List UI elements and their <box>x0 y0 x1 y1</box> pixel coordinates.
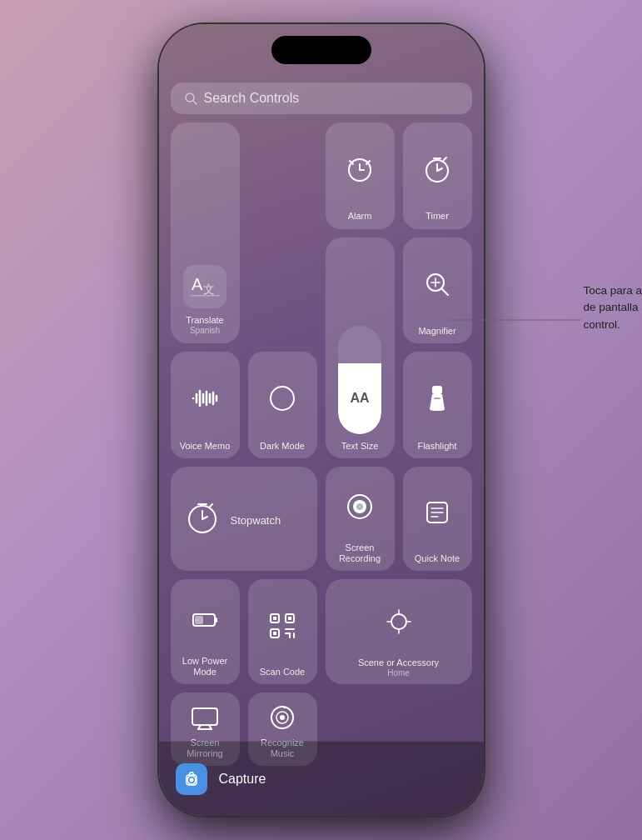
svg-point-28 <box>271 387 294 410</box>
timer-control[interactable]: Timer <box>403 122 472 229</box>
bottom-bar: Capture <box>159 741 484 816</box>
svg-line-17 <box>441 288 448 295</box>
alarm-control[interactable]: Alarm <box>326 122 395 229</box>
lowpower-label: Low Power Mode <box>176 656 235 678</box>
timer-label: Timer <box>426 211 449 222</box>
timer-icon-wrap <box>408 131 467 208</box>
alarm-icon <box>344 153 376 185</box>
lowpower-icon <box>189 604 221 636</box>
home-sub: Home <box>387 668 410 678</box>
svg-rect-5 <box>190 295 220 297</box>
quicknote-label: Quick Note <box>415 553 460 564</box>
stopwatch-info: Stopwatch <box>231 511 281 528</box>
voicememo-control[interactable]: Voice Memo <box>171 352 240 458</box>
svg-rect-50 <box>288 617 291 620</box>
home-label: Scene or Accessory <box>358 658 439 668</box>
camera-icon <box>182 770 201 788</box>
dynamic-island <box>271 36 371 64</box>
phone-frame: Search Controls A 文 <box>159 24 484 816</box>
screenrec-icon-wrap <box>331 475 390 539</box>
textsize-label: Text Size <box>341 441 379 452</box>
svg-rect-30 <box>434 398 440 399</box>
quicknote-icon <box>421 497 453 528</box>
stopwatch-label: Stopwatch <box>231 514 281 528</box>
svg-line-35 <box>210 504 212 507</box>
annotation-callout: Toca para agregar Grabación de pantalla … <box>584 282 643 333</box>
magnifier-label: Magnifier <box>418 326 455 337</box>
svg-text:A: A <box>192 275 203 293</box>
home-icon <box>384 607 414 637</box>
search-icon <box>184 92 197 105</box>
translate-icon-wrap: A 文 <box>183 265 226 312</box>
textsize-control[interactable]: AA Text Size <box>326 238 395 458</box>
recognizemusic-icon-wrap <box>253 701 312 734</box>
flashlight-icon-wrap <box>408 360 467 437</box>
svg-line-1 <box>193 101 197 104</box>
search-placeholder: Search Controls <box>204 91 300 106</box>
voicememo-icon <box>189 382 221 414</box>
translate-icon: A 文 <box>183 265 226 308</box>
annotation-text: Toca para agregar Grabación de pantalla … <box>584 284 643 331</box>
voicememo-label: Voice Memo <box>180 441 231 452</box>
lowpower-icon-wrap <box>176 588 235 652</box>
flashlight-control[interactable]: Flashlight <box>403 352 472 458</box>
svg-point-56 <box>391 614 406 629</box>
search-bar[interactable]: Search Controls <box>171 82 472 114</box>
timer-icon <box>421 153 453 185</box>
stopwatch-control[interactable]: Stopwatch <box>171 467 317 572</box>
scancode-control[interactable]: Scan Code <box>248 579 317 684</box>
flashlight-label: Flashlight <box>417 441 456 452</box>
darkmode-icon-wrap <box>253 360 312 437</box>
screenrecording-icon <box>344 491 376 522</box>
svg-rect-61 <box>192 708 217 725</box>
quicknote-control[interactable]: Quick Note <box>403 467 472 572</box>
scancode-icon <box>266 610 298 642</box>
home-icon-wrap <box>384 589 414 653</box>
flashlight-icon <box>421 382 453 414</box>
stopwatch-icon-wrap <box>184 499 221 539</box>
darkmode-icon <box>266 382 298 414</box>
capture-app-icon <box>176 763 207 795</box>
svg-text:文: 文 <box>203 282 215 296</box>
darkmode-control[interactable]: Dark Mode <box>248 352 317 458</box>
screenrecording-label: Screen Recording <box>331 542 390 564</box>
brightness-fill: AA <box>338 363 381 434</box>
screenrecording-control[interactable]: Screen Recording <box>326 467 395 572</box>
svg-rect-44 <box>215 618 217 622</box>
magnifier-icon <box>421 268 453 300</box>
alarm-icon-wrap <box>331 131 390 208</box>
svg-rect-51 <box>273 632 276 635</box>
textsize-slider: AA <box>338 326 381 434</box>
scancode-label: Scan Code <box>260 667 305 678</box>
alarm-label: Alarm <box>348 211 372 222</box>
svg-rect-29 <box>432 386 442 394</box>
home-control[interactable]: Scene or Accessory Home <box>326 579 472 684</box>
svg-line-15 <box>444 158 446 160</box>
lowpower-control[interactable]: Low Power Mode <box>171 579 240 684</box>
scancode-icon-wrap <box>253 588 312 662</box>
svg-rect-45 <box>195 616 203 624</box>
svg-point-38 <box>356 503 363 510</box>
stopwatch-icon <box>184 499 221 536</box>
voicememo-icon-wrap <box>176 360 235 437</box>
translate-label: Translate <box>186 315 223 326</box>
content-area: Search Controls A 文 <box>171 82 472 766</box>
quicknote-icon-wrap <box>408 475 467 550</box>
svg-point-67 <box>280 715 285 720</box>
magnifier-icon-wrap <box>408 246 467 322</box>
translate-sub: Spanish <box>186 326 223 335</box>
aa-text: AA <box>350 391 369 406</box>
screenmirror-icon <box>189 702 221 733</box>
translate-control[interactable]: A 文 Translate Spanish <box>171 122 240 343</box>
phone-screen: Search Controls A 文 <box>159 24 484 816</box>
capture-label: Capture <box>219 772 266 787</box>
controls-grid: A 文 Translate Spanish <box>171 122 472 684</box>
screenmirror-icon-wrap <box>176 701 235 734</box>
svg-point-72 <box>189 778 193 782</box>
recognizemusic-icon <box>266 702 298 733</box>
magnifier-control[interactable]: Magnifier <box>403 238 472 344</box>
darkmode-label: Dark Mode <box>260 441 305 452</box>
svg-rect-49 <box>273 617 276 620</box>
